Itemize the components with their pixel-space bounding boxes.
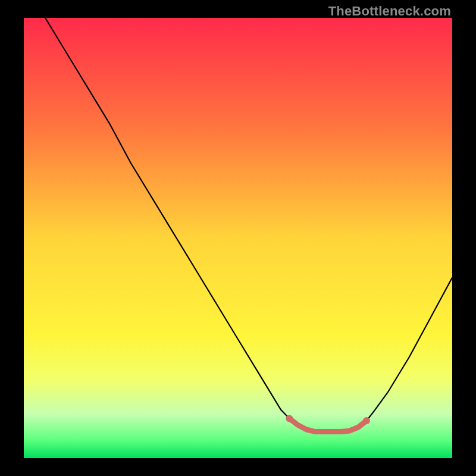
watermark-text: TheBottleneck.com [328,4,451,19]
sweet-spot-dot [363,417,370,424]
chart-frame [24,18,452,458]
bottleneck-chart [24,18,452,458]
sweet-spot-dot [286,415,293,422]
